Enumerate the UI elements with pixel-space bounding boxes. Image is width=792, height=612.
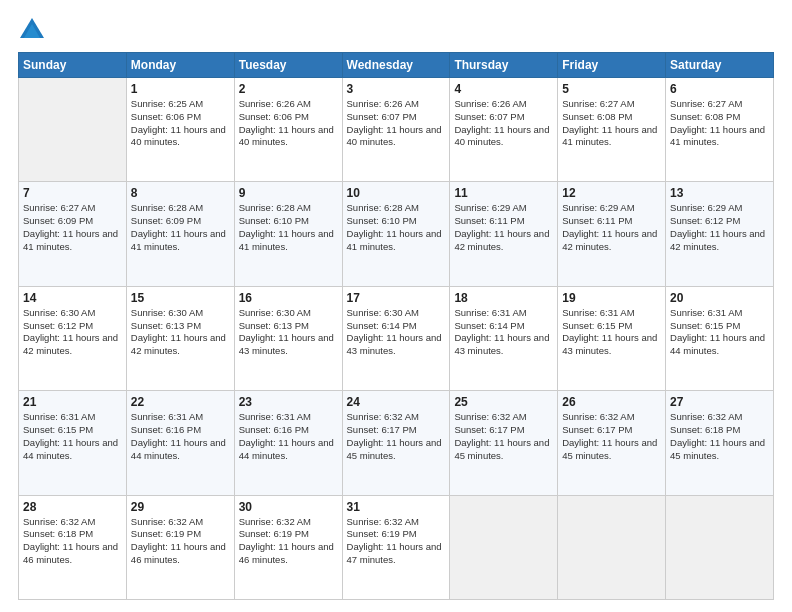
day-number: 14 xyxy=(23,291,122,305)
calendar-cell: 12Sunrise: 6:29 AM Sunset: 6:11 PM Dayli… xyxy=(558,182,666,286)
calendar-cell: 20Sunrise: 6:31 AM Sunset: 6:15 PM Dayli… xyxy=(666,286,774,390)
week-row-4: 28Sunrise: 6:32 AM Sunset: 6:18 PM Dayli… xyxy=(19,495,774,599)
day-number: 24 xyxy=(347,395,446,409)
calendar-cell: 28Sunrise: 6:32 AM Sunset: 6:18 PM Dayli… xyxy=(19,495,127,599)
calendar-table: SundayMondayTuesdayWednesdayThursdayFrid… xyxy=(18,52,774,600)
cell-info: Sunrise: 6:30 AM Sunset: 6:13 PM Dayligh… xyxy=(239,307,338,358)
calendar-cell: 11Sunrise: 6:29 AM Sunset: 6:11 PM Dayli… xyxy=(450,182,558,286)
week-row-3: 21Sunrise: 6:31 AM Sunset: 6:15 PM Dayli… xyxy=(19,391,774,495)
calendar-cell: 3Sunrise: 6:26 AM Sunset: 6:07 PM Daylig… xyxy=(342,78,450,182)
cell-info: Sunrise: 6:27 AM Sunset: 6:09 PM Dayligh… xyxy=(23,202,122,253)
weekday-header-monday: Monday xyxy=(126,53,234,78)
calendar-cell: 1Sunrise: 6:25 AM Sunset: 6:06 PM Daylig… xyxy=(126,78,234,182)
cell-info: Sunrise: 6:30 AM Sunset: 6:14 PM Dayligh… xyxy=(347,307,446,358)
cell-info: Sunrise: 6:32 AM Sunset: 6:19 PM Dayligh… xyxy=(131,516,230,567)
day-number: 25 xyxy=(454,395,553,409)
calendar-cell: 9Sunrise: 6:28 AM Sunset: 6:10 PM Daylig… xyxy=(234,182,342,286)
weekday-header-sunday: Sunday xyxy=(19,53,127,78)
weekday-header-friday: Friday xyxy=(558,53,666,78)
day-number: 30 xyxy=(239,500,338,514)
day-number: 29 xyxy=(131,500,230,514)
calendar-cell: 26Sunrise: 6:32 AM Sunset: 6:17 PM Dayli… xyxy=(558,391,666,495)
calendar-cell: 22Sunrise: 6:31 AM Sunset: 6:16 PM Dayli… xyxy=(126,391,234,495)
calendar-cell: 24Sunrise: 6:32 AM Sunset: 6:17 PM Dayli… xyxy=(342,391,450,495)
day-number: 9 xyxy=(239,186,338,200)
cell-info: Sunrise: 6:31 AM Sunset: 6:15 PM Dayligh… xyxy=(562,307,661,358)
calendar-cell: 8Sunrise: 6:28 AM Sunset: 6:09 PM Daylig… xyxy=(126,182,234,286)
cell-info: Sunrise: 6:32 AM Sunset: 6:17 PM Dayligh… xyxy=(347,411,446,462)
cell-info: Sunrise: 6:29 AM Sunset: 6:12 PM Dayligh… xyxy=(670,202,769,253)
day-number: 3 xyxy=(347,82,446,96)
day-number: 22 xyxy=(131,395,230,409)
day-number: 15 xyxy=(131,291,230,305)
page: SundayMondayTuesdayWednesdayThursdayFrid… xyxy=(0,0,792,612)
cell-info: Sunrise: 6:32 AM Sunset: 6:18 PM Dayligh… xyxy=(670,411,769,462)
calendar-cell: 15Sunrise: 6:30 AM Sunset: 6:13 PM Dayli… xyxy=(126,286,234,390)
week-row-0: 1Sunrise: 6:25 AM Sunset: 6:06 PM Daylig… xyxy=(19,78,774,182)
calendar-cell: 10Sunrise: 6:28 AM Sunset: 6:10 PM Dayli… xyxy=(342,182,450,286)
cell-info: Sunrise: 6:30 AM Sunset: 6:12 PM Dayligh… xyxy=(23,307,122,358)
calendar-cell xyxy=(19,78,127,182)
calendar-cell: 6Sunrise: 6:27 AM Sunset: 6:08 PM Daylig… xyxy=(666,78,774,182)
day-number: 1 xyxy=(131,82,230,96)
cell-info: Sunrise: 6:25 AM Sunset: 6:06 PM Dayligh… xyxy=(131,98,230,149)
day-number: 5 xyxy=(562,82,661,96)
calendar-cell: 4Sunrise: 6:26 AM Sunset: 6:07 PM Daylig… xyxy=(450,78,558,182)
header xyxy=(18,16,774,44)
day-number: 28 xyxy=(23,500,122,514)
calendar-cell: 25Sunrise: 6:32 AM Sunset: 6:17 PM Dayli… xyxy=(450,391,558,495)
cell-info: Sunrise: 6:31 AM Sunset: 6:15 PM Dayligh… xyxy=(23,411,122,462)
day-number: 13 xyxy=(670,186,769,200)
calendar-cell: 5Sunrise: 6:27 AM Sunset: 6:08 PM Daylig… xyxy=(558,78,666,182)
cell-info: Sunrise: 6:29 AM Sunset: 6:11 PM Dayligh… xyxy=(454,202,553,253)
day-number: 10 xyxy=(347,186,446,200)
week-row-1: 7Sunrise: 6:27 AM Sunset: 6:09 PM Daylig… xyxy=(19,182,774,286)
cell-info: Sunrise: 6:30 AM Sunset: 6:13 PM Dayligh… xyxy=(131,307,230,358)
cell-info: Sunrise: 6:27 AM Sunset: 6:08 PM Dayligh… xyxy=(562,98,661,149)
cell-info: Sunrise: 6:32 AM Sunset: 6:17 PM Dayligh… xyxy=(454,411,553,462)
day-number: 8 xyxy=(131,186,230,200)
day-number: 2 xyxy=(239,82,338,96)
day-number: 27 xyxy=(670,395,769,409)
day-number: 16 xyxy=(239,291,338,305)
calendar-cell xyxy=(450,495,558,599)
calendar-cell xyxy=(558,495,666,599)
day-number: 23 xyxy=(239,395,338,409)
day-number: 12 xyxy=(562,186,661,200)
week-row-2: 14Sunrise: 6:30 AM Sunset: 6:12 PM Dayli… xyxy=(19,286,774,390)
cell-info: Sunrise: 6:26 AM Sunset: 6:06 PM Dayligh… xyxy=(239,98,338,149)
calendar-cell: 17Sunrise: 6:30 AM Sunset: 6:14 PM Dayli… xyxy=(342,286,450,390)
cell-info: Sunrise: 6:32 AM Sunset: 6:19 PM Dayligh… xyxy=(239,516,338,567)
calendar-cell: 30Sunrise: 6:32 AM Sunset: 6:19 PM Dayli… xyxy=(234,495,342,599)
day-number: 20 xyxy=(670,291,769,305)
day-number: 19 xyxy=(562,291,661,305)
calendar-cell: 19Sunrise: 6:31 AM Sunset: 6:15 PM Dayli… xyxy=(558,286,666,390)
weekday-header-tuesday: Tuesday xyxy=(234,53,342,78)
day-number: 26 xyxy=(562,395,661,409)
cell-info: Sunrise: 6:26 AM Sunset: 6:07 PM Dayligh… xyxy=(454,98,553,149)
cell-info: Sunrise: 6:32 AM Sunset: 6:18 PM Dayligh… xyxy=(23,516,122,567)
cell-info: Sunrise: 6:28 AM Sunset: 6:09 PM Dayligh… xyxy=(131,202,230,253)
cell-info: Sunrise: 6:31 AM Sunset: 6:16 PM Dayligh… xyxy=(131,411,230,462)
calendar-cell: 18Sunrise: 6:31 AM Sunset: 6:14 PM Dayli… xyxy=(450,286,558,390)
calendar-cell: 14Sunrise: 6:30 AM Sunset: 6:12 PM Dayli… xyxy=(19,286,127,390)
day-number: 7 xyxy=(23,186,122,200)
cell-info: Sunrise: 6:28 AM Sunset: 6:10 PM Dayligh… xyxy=(239,202,338,253)
day-number: 17 xyxy=(347,291,446,305)
day-number: 6 xyxy=(670,82,769,96)
calendar-cell: 16Sunrise: 6:30 AM Sunset: 6:13 PM Dayli… xyxy=(234,286,342,390)
weekday-header-wednesday: Wednesday xyxy=(342,53,450,78)
weekday-header-row: SundayMondayTuesdayWednesdayThursdayFrid… xyxy=(19,53,774,78)
cell-info: Sunrise: 6:31 AM Sunset: 6:14 PM Dayligh… xyxy=(454,307,553,358)
day-number: 31 xyxy=(347,500,446,514)
day-number: 21 xyxy=(23,395,122,409)
cell-info: Sunrise: 6:32 AM Sunset: 6:19 PM Dayligh… xyxy=(347,516,446,567)
logo-icon xyxy=(18,16,46,44)
weekday-header-thursday: Thursday xyxy=(450,53,558,78)
cell-info: Sunrise: 6:31 AM Sunset: 6:16 PM Dayligh… xyxy=(239,411,338,462)
calendar-cell: 29Sunrise: 6:32 AM Sunset: 6:19 PM Dayli… xyxy=(126,495,234,599)
logo xyxy=(18,16,50,44)
calendar-cell: 23Sunrise: 6:31 AM Sunset: 6:16 PM Dayli… xyxy=(234,391,342,495)
cell-info: Sunrise: 6:26 AM Sunset: 6:07 PM Dayligh… xyxy=(347,98,446,149)
weekday-header-saturday: Saturday xyxy=(666,53,774,78)
